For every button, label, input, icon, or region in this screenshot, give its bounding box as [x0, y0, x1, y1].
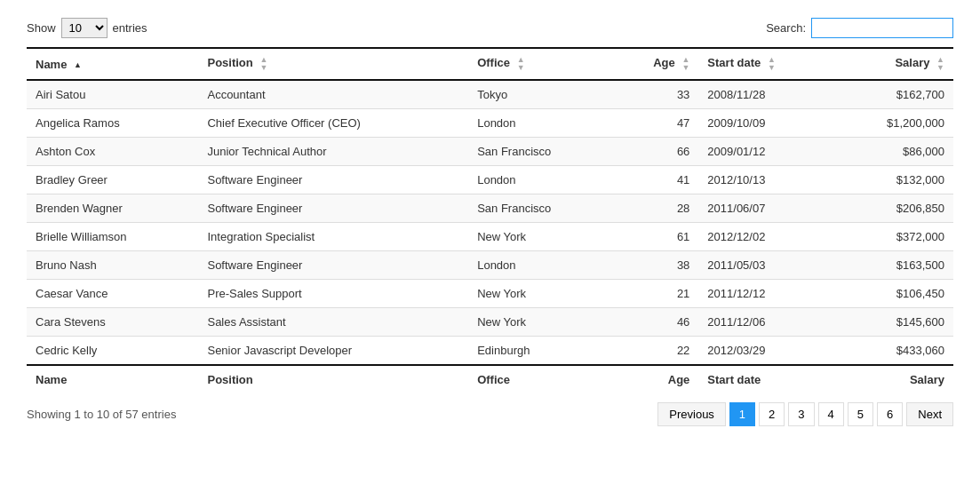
table-header: Name ▲ Position ▲▼ Office ▲▼ Age	[27, 48, 953, 80]
table-cell: Angelica Ramos	[27, 109, 198, 138]
table-cell: New York	[468, 280, 613, 308]
table-cell: 66	[613, 138, 698, 166]
table-cell: 2012/03/29	[698, 337, 833, 366]
table-cell: London	[468, 251, 613, 280]
sort-icon-startdate: ▲▼	[768, 56, 776, 72]
table-cell: $372,000	[834, 223, 953, 251]
table-cell: 2011/12/12	[698, 280, 833, 308]
col-header-name[interactable]: Name ▲	[27, 48, 198, 80]
table-cell: Airi Satou	[27, 80, 198, 109]
data-table: Name ▲ Position ▲▼ Office ▲▼ Age	[27, 47, 953, 393]
showing-text: Showing 1 to 10 of 57 entries	[27, 408, 176, 421]
table-cell: 2009/10/09	[698, 109, 833, 138]
sort-icon-age: ▲▼	[681, 56, 689, 72]
table-cell: Brielle Williamson	[27, 223, 198, 251]
page-5-button[interactable]: 5	[848, 402, 873, 426]
table-row: Bradley GreerSoftware EngineerLondon4120…	[27, 166, 953, 194]
table-cell: 2012/10/13	[698, 166, 833, 194]
table-cell: $433,060	[834, 337, 953, 366]
entries-select[interactable]: 10 25 50 100	[61, 18, 108, 38]
table-cell: Accountant	[198, 80, 468, 109]
table-cell: Software Engineer	[198, 194, 468, 223]
table-row: Cedric KellySenior Javascript DeveloperE…	[27, 337, 953, 366]
sort-icon-position: ▲▼	[259, 56, 267, 72]
pagination: Previous 1 2 3 4 5 6 Next	[657, 402, 953, 426]
table-row: Angelica RamosChief Executive Officer (C…	[27, 109, 953, 138]
table-row: Airi SatouAccountantTokyo332008/11/28$16…	[27, 80, 953, 109]
table-row: Brenden WagnerSoftware EngineerSan Franc…	[27, 194, 953, 223]
footer-col-age: Age	[613, 365, 698, 393]
table-cell: Cedric Kelly	[27, 337, 198, 366]
table-cell: Sales Assistant	[198, 308, 468, 337]
col-header-position[interactable]: Position ▲▼	[198, 48, 468, 80]
col-header-age[interactable]: Age ▲▼	[613, 48, 698, 80]
table-row: Brielle WilliamsonIntegration Specialist…	[27, 223, 953, 251]
prev-button[interactable]: Previous	[657, 402, 726, 426]
page-1-button[interactable]: 1	[729, 402, 755, 426]
sort-icon-name: ▲	[74, 61, 82, 69]
table-cell: $132,000	[834, 166, 953, 194]
table-cell: Chief Executive Officer (CEO)	[198, 109, 468, 138]
table-cell: Senior Javascript Developer	[198, 337, 468, 366]
page-2-button[interactable]: 2	[759, 402, 785, 426]
table-cell: Caesar Vance	[27, 280, 198, 308]
table-cell: Software Engineer	[198, 166, 468, 194]
table-row: Ashton CoxJunior Technical AuthorSan Fra…	[27, 138, 953, 166]
table-cell: $106,450	[834, 280, 953, 308]
footer-col-salary: Salary	[834, 365, 953, 393]
table-cell: $206,850	[834, 194, 953, 223]
footer-col-name: Name	[27, 365, 198, 393]
show-entries: Show 10 25 50 100 entries	[27, 18, 147, 38]
sort-icon-office: ▲▼	[517, 56, 525, 72]
table-cell: Edinburgh	[468, 337, 613, 366]
page-6-button[interactable]: 6	[877, 402, 903, 426]
table-body: Airi SatouAccountantTokyo332008/11/28$16…	[27, 80, 953, 365]
table-cell: 38	[613, 251, 698, 280]
table-cell: Cara Stevens	[27, 308, 198, 337]
page-3-button[interactable]: 3	[788, 402, 814, 426]
table-cell: 28	[613, 194, 698, 223]
table-cell: 2009/01/12	[698, 138, 833, 166]
show-label-before: Show	[27, 21, 56, 35]
table-cell: $1,200,000	[834, 109, 953, 138]
table-cell: Bradley Greer	[27, 166, 198, 194]
col-header-office[interactable]: Office ▲▼	[468, 48, 613, 80]
col-header-startdate[interactable]: Start date ▲▼	[698, 48, 833, 80]
page-4-button[interactable]: 4	[818, 402, 844, 426]
table-cell: Integration Specialist	[198, 223, 468, 251]
table-footer: Name Position Office Age Start date Sala…	[27, 365, 953, 393]
table-cell: Ashton Cox	[27, 138, 198, 166]
search-input[interactable]	[811, 18, 953, 38]
next-button[interactable]: Next	[906, 402, 953, 426]
footer-col-startdate: Start date	[698, 365, 833, 393]
table-cell: San Francisco	[468, 138, 613, 166]
table-cell: 61	[613, 223, 698, 251]
table-cell: New York	[468, 223, 613, 251]
table-cell: 21	[613, 280, 698, 308]
show-label-after: entries	[113, 21, 147, 35]
table-cell: Brenden Wagner	[27, 194, 198, 223]
table-cell: 2011/05/03	[698, 251, 833, 280]
table-cell: New York	[468, 308, 613, 337]
table-cell: London	[468, 166, 613, 194]
col-header-salary[interactable]: Salary ▲▼	[834, 48, 953, 80]
search-label: Search:	[766, 21, 806, 35]
table-row: Caesar VancePre-Sales SupportNew York212…	[27, 280, 953, 308]
table-cell: 2012/12/02	[698, 223, 833, 251]
table-cell: Software Engineer	[198, 251, 468, 280]
table-cell: 2008/11/28	[698, 80, 833, 109]
table-cell: 41	[613, 166, 698, 194]
table-cell: 2011/06/07	[698, 194, 833, 223]
table-cell: Tokyo	[468, 80, 613, 109]
footer-col-office: Office	[468, 365, 613, 393]
table-cell: Pre-Sales Support	[198, 280, 468, 308]
table-cell: 47	[613, 109, 698, 138]
footer-col-position: Position	[198, 365, 468, 393]
top-controls: Show 10 25 50 100 entries Search:	[27, 18, 953, 38]
table-cell: London	[468, 109, 613, 138]
table-cell: $86,000	[834, 138, 953, 166]
search-box: Search:	[766, 18, 953, 38]
table-row: Bruno NashSoftware EngineerLondon382011/…	[27, 251, 953, 280]
table-cell: Bruno Nash	[27, 251, 198, 280]
table-cell: 22	[613, 337, 698, 366]
